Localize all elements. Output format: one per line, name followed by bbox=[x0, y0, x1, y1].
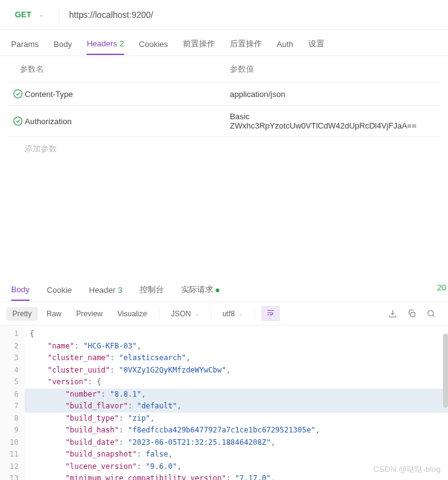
code-content: { "name": "HCG-KFB-03", "cluster_name": … bbox=[25, 326, 448, 480]
response-body[interactable]: 123456789101112131415 { "name": "HCG-KFB… bbox=[0, 326, 448, 480]
format-select[interactable]: JSON⌄ bbox=[166, 307, 205, 321]
param-value[interactable]: Basic ZWxhc3RpYzotcUw0VTlCdW42dUpRcDl4Vj… bbox=[230, 112, 437, 130]
divider bbox=[211, 308, 211, 319]
view-toolbar: Pretty Raw Preview Visualize JSON⌄ utf8⌄ bbox=[0, 302, 448, 326]
headers-table: 参数名 参数值 Content-Type application/json Au… bbox=[0, 56, 448, 161]
response-section: Body Cookie Header3 控制台 实际请求 20 Pretty R… bbox=[0, 278, 448, 480]
tab-settings[interactable]: 设置 bbox=[308, 38, 324, 56]
line-gutter: 123456789101112131415 bbox=[0, 326, 25, 480]
http-method-label: GET bbox=[15, 10, 32, 19]
column-header-name: 参数名 bbox=[20, 64, 230, 75]
param-name[interactable]: Content-Type bbox=[25, 90, 230, 99]
tab-headers[interactable]: Headers2 bbox=[87, 39, 124, 55]
tab-cookies[interactable]: Cookies bbox=[139, 40, 168, 55]
view-raw[interactable]: Raw bbox=[40, 307, 67, 321]
column-header-value: 参数值 bbox=[230, 64, 254, 75]
request-tabs: Params Body Headers2 Cookies 前置操作 后置操作 A… bbox=[0, 30, 448, 56]
tab-post-request[interactable]: 后置操作 bbox=[230, 38, 262, 56]
chevron-down-icon: ⌄ bbox=[39, 11, 44, 18]
svg-point-0 bbox=[14, 90, 22, 98]
param-value[interactable]: application/json bbox=[230, 90, 437, 99]
divider bbox=[255, 308, 255, 319]
add-param-row[interactable]: 添加参数 bbox=[7, 137, 441, 161]
search-icon[interactable] bbox=[426, 309, 436, 318]
svg-point-1 bbox=[14, 117, 22, 125]
param-name[interactable]: Authorization bbox=[25, 117, 230, 126]
add-param-placeholder[interactable]: 添加参数 bbox=[25, 143, 230, 154]
encoding-select[interactable]: utf8⌄ bbox=[218, 307, 248, 321]
table-header-row: 参数名 参数值 bbox=[7, 56, 441, 82]
view-visualize[interactable]: Visualize bbox=[111, 307, 153, 321]
tab-body[interactable]: Body bbox=[54, 40, 72, 55]
dot-icon bbox=[216, 288, 219, 292]
tab-pre-request[interactable]: 前置操作 bbox=[183, 38, 215, 56]
watermark: CSDN @哒哒-blog bbox=[373, 464, 441, 475]
resp-tab-cookie[interactable]: Cookie bbox=[47, 285, 72, 301]
response-tabs: Body Cookie Header3 控制台 实际请求 20 bbox=[0, 278, 448, 302]
table-row[interactable]: Authorization Basic ZWxhc3RpYzotcUw0VTlC… bbox=[7, 105, 441, 137]
svg-point-3 bbox=[428, 311, 434, 316]
http-method-select[interactable]: GET ⌄ bbox=[0, 10, 59, 19]
chevron-down-icon: ⌄ bbox=[195, 311, 200, 317]
copy-icon[interactable] bbox=[407, 309, 416, 318]
resp-tab-header[interactable]: Header3 bbox=[89, 285, 122, 301]
view-preview[interactable]: Preview bbox=[70, 307, 109, 321]
download-icon[interactable] bbox=[388, 309, 397, 318]
url-input[interactable]: https://localhost:9200/ bbox=[59, 10, 448, 20]
table-row[interactable]: Content-Type application/json bbox=[7, 82, 441, 105]
view-pretty[interactable]: Pretty bbox=[6, 307, 38, 321]
chevron-down-icon: ⌄ bbox=[239, 311, 243, 317]
divider bbox=[159, 308, 160, 319]
action-icons bbox=[388, 309, 442, 318]
status-badge: 20 bbox=[433, 280, 448, 295]
resp-tab-body[interactable]: Body bbox=[11, 285, 30, 301]
wrap-toggle-icon[interactable] bbox=[261, 306, 280, 321]
scrollbar[interactable] bbox=[443, 334, 448, 408]
check-circle-icon[interactable] bbox=[11, 116, 25, 126]
tab-params[interactable]: Params bbox=[11, 40, 39, 55]
tab-auth[interactable]: Auth bbox=[277, 40, 294, 55]
svg-rect-2 bbox=[411, 313, 415, 317]
check-circle-icon[interactable] bbox=[11, 89, 25, 99]
resp-tab-actual[interactable]: 实际请求 bbox=[181, 284, 219, 301]
resp-tab-console[interactable]: 控制台 bbox=[140, 284, 164, 301]
